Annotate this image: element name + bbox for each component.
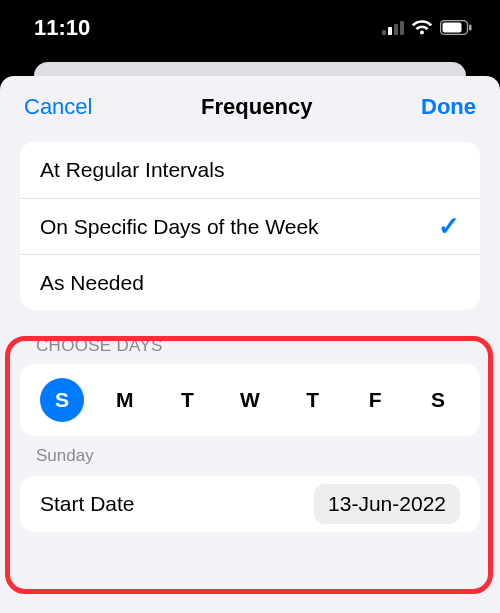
svg-rect-6 — [469, 25, 472, 31]
day-sat[interactable]: S — [416, 378, 460, 422]
frequency-sheet: Cancel Frequency Done At Regular Interva… — [0, 76, 500, 613]
option-as-needed[interactable]: As Needed — [20, 254, 480, 310]
choose-days-header: CHOOSE DAYS — [0, 310, 500, 364]
cancel-button[interactable]: Cancel — [24, 94, 92, 120]
svg-rect-0 — [382, 30, 386, 35]
svg-rect-3 — [400, 21, 404, 35]
status-time: 11:10 — [34, 15, 90, 41]
day-sun[interactable]: S — [40, 378, 84, 422]
day-tue[interactable]: T — [165, 378, 209, 422]
start-date-group: Start Date 13-Jun-2022 — [20, 476, 480, 532]
cellular-icon — [382, 21, 404, 35]
frequency-options-group: At Regular Intervals On Specific Days of… — [20, 142, 480, 310]
checkmark-icon: ✓ — [438, 211, 460, 242]
option-label: At Regular Intervals — [40, 158, 224, 182]
day-picker: S M T W T F S — [20, 364, 480, 436]
start-date-row[interactable]: Start Date 13-Jun-2022 — [20, 476, 480, 532]
start-date-label: Start Date — [40, 492, 135, 516]
page-title: Frequency — [201, 94, 312, 120]
option-specific-days[interactable]: On Specific Days of the Week ✓ — [20, 198, 480, 254]
done-button[interactable]: Done — [421, 94, 476, 120]
status-indicators — [382, 20, 472, 36]
option-regular-intervals[interactable]: At Regular Intervals — [20, 142, 480, 198]
nav-bar: Cancel Frequency Done — [0, 76, 500, 134]
option-label: On Specific Days of the Week — [40, 215, 319, 239]
wifi-icon — [411, 20, 433, 36]
battery-icon — [440, 20, 472, 35]
day-mon[interactable]: M — [103, 378, 147, 422]
day-thu[interactable]: T — [291, 378, 335, 422]
start-date-value[interactable]: 13-Jun-2022 — [314, 484, 460, 524]
svg-rect-2 — [394, 24, 398, 35]
day-wed[interactable]: W — [228, 378, 272, 422]
svg-rect-5 — [443, 23, 462, 33]
selected-day-caption: Sunday — [0, 436, 500, 476]
status-bar: 11:10 — [0, 0, 500, 55]
svg-rect-1 — [388, 27, 392, 35]
option-label: As Needed — [40, 271, 144, 295]
day-fri[interactable]: F — [353, 378, 397, 422]
